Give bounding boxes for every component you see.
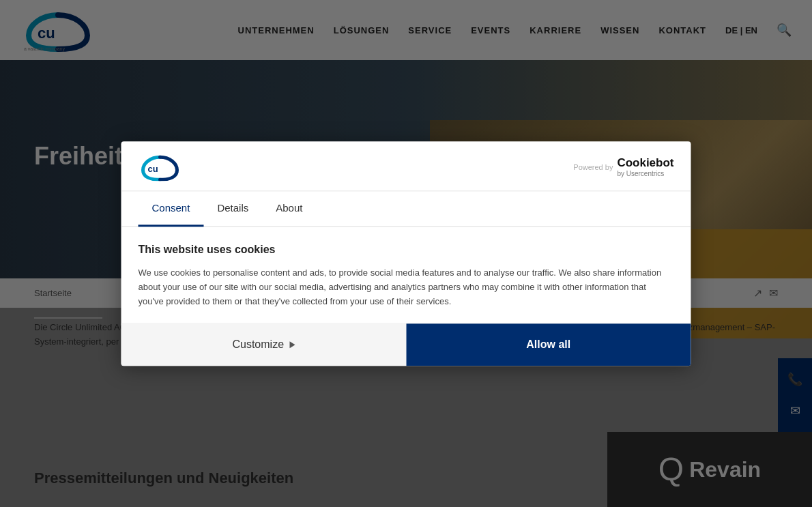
cookiebot-name: Cookiebot	[617, 156, 673, 170]
cookie-header: cu Powered by Cookiebot by Usercentrics	[121, 141, 691, 191]
powered-by-text: Powered by	[573, 163, 613, 171]
cookie-dialog: cu Powered by Cookiebot by Usercentrics …	[121, 141, 691, 366]
customize-button[interactable]: Customize	[121, 323, 407, 366]
tab-details[interactable]: Details	[203, 191, 262, 227]
allow-all-button[interactable]: Allow all	[406, 323, 691, 366]
allow-all-label: Allow all	[526, 338, 570, 350]
customize-label: Customize	[232, 338, 284, 351]
tab-about[interactable]: About	[262, 191, 316, 227]
cookie-body: This website uses cookies We use cookies…	[121, 227, 691, 323]
tab-consent[interactable]: Consent	[139, 191, 204, 227]
cookiebot-badge: Powered by Cookiebot by Usercentrics	[573, 156, 673, 177]
cookie-logo: cu	[139, 154, 183, 181]
chevron-right-icon	[289, 341, 295, 348]
cookie-description: We use cookies to personalise content an…	[139, 265, 674, 309]
svg-text:cu: cu	[148, 164, 158, 174]
cookiebot-sub: by Usercentrics	[617, 170, 664, 177]
cookie-footer: Customize Allow all	[121, 323, 691, 366]
cookie-tabs: Consent Details About	[121, 191, 691, 227]
cookie-title: This website uses cookies	[139, 244, 674, 256]
